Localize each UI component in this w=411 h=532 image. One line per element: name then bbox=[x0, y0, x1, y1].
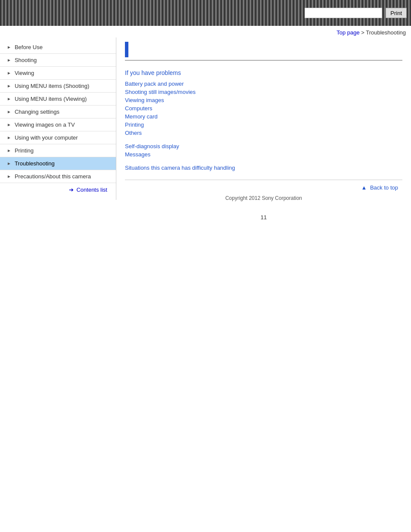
section-if-problems-link[interactable]: If you have problems bbox=[125, 69, 402, 76]
sidebar-item-shooting[interactable]: ► Shooting bbox=[0, 54, 116, 67]
link-messages[interactable]: Messages bbox=[125, 151, 402, 158]
header: Print bbox=[0, 0, 411, 26]
page-title-bar bbox=[125, 42, 402, 61]
chevron-right-icon: ► bbox=[7, 58, 11, 62]
link-memory-card[interactable]: Memory card bbox=[125, 113, 402, 120]
chevron-right-icon: ► bbox=[7, 135, 11, 140]
chevron-right-icon: ► bbox=[7, 96, 11, 101]
sidebar-item-menu-viewing[interactable]: ► Using MENU items (Viewing) bbox=[0, 93, 116, 106]
back-to-top-label: Back to top bbox=[370, 184, 398, 191]
sidebar-item-label: Using with your computer bbox=[15, 134, 78, 141]
chevron-right-icon: ► bbox=[7, 174, 11, 179]
search-input[interactable] bbox=[305, 8, 382, 18]
link-viewing-images[interactable]: Viewing images bbox=[125, 97, 402, 103]
arrow-right-icon: ➔ bbox=[69, 187, 74, 193]
link-situations[interactable]: Situations this camera has difficulty ha… bbox=[125, 165, 402, 171]
blue-title-bar bbox=[125, 42, 128, 57]
triangle-up-icon: ▲ bbox=[361, 184, 367, 191]
link-self-diagnosis[interactable]: Self-diagnosis display bbox=[125, 143, 402, 149]
sidebar: ► Before Use ► Shooting ► Viewing ► Usin… bbox=[0, 37, 116, 200]
sidebar-item-label: Shooting bbox=[15, 57, 37, 63]
chevron-right-icon: ► bbox=[7, 148, 11, 153]
sidebar-item-label: Using MENU items (Shooting) bbox=[15, 83, 89, 89]
back-to-top[interactable]: ▲ Back to top bbox=[125, 184, 402, 191]
sidebar-item-label: Printing bbox=[15, 147, 34, 154]
breadcrumb-top-link[interactable]: Top page bbox=[336, 29, 360, 36]
breadcrumb: Top page > Troubleshooting bbox=[0, 26, 411, 37]
sidebar-item-troubleshooting[interactable]: ► Troubleshooting bbox=[0, 157, 116, 170]
sidebar-item-label: Using MENU items (Viewing) bbox=[15, 96, 87, 102]
link-computers[interactable]: Computers bbox=[125, 105, 402, 112]
chevron-right-icon: ► bbox=[7, 84, 11, 88]
sidebar-item-label: Viewing images on a TV bbox=[15, 121, 75, 128]
contents-list-link[interactable]: ➔ Contents list bbox=[0, 183, 116, 196]
sidebar-item-label: Viewing bbox=[15, 70, 34, 76]
chevron-right-icon: ► bbox=[7, 122, 11, 127]
main-content: If you have problems Battery pack and po… bbox=[116, 37, 411, 229]
link-battery[interactable]: Battery pack and power bbox=[125, 81, 402, 87]
sidebar-item-label: Changing settings bbox=[15, 109, 59, 115]
situations-group: Situations this camera has difficulty ha… bbox=[125, 165, 402, 171]
contents-link-label: Contents list bbox=[76, 187, 107, 193]
chevron-right-icon: ► bbox=[7, 45, 11, 50]
sidebar-item-viewing[interactable]: ► Viewing bbox=[0, 67, 116, 80]
sidebar-item-printing[interactable]: ► Printing bbox=[0, 144, 116, 157]
sidebar-item-label: Troubleshooting bbox=[15, 160, 55, 167]
chevron-right-icon: ► bbox=[7, 161, 11, 166]
sidebar-item-menu-shooting[interactable]: ► Using MENU items (Shooting) bbox=[0, 80, 116, 93]
sidebar-item-label: Before Use bbox=[15, 44, 43, 50]
footer-bar: ▲ Back to top bbox=[125, 180, 402, 191]
page-number: 11 bbox=[125, 214, 402, 221]
diagnosis-links-group: Self-diagnosis display Messages bbox=[125, 143, 402, 158]
sidebar-item-before-use[interactable]: ► Before Use bbox=[0, 41, 116, 54]
sidebar-item-computer[interactable]: ► Using with your computer bbox=[0, 131, 116, 144]
copyright-text: Copyright 2012 Sony Corporation bbox=[125, 195, 402, 205]
chevron-right-icon: ► bbox=[7, 71, 11, 75]
print-button[interactable]: Print bbox=[386, 8, 407, 18]
breadcrumb-separator: > bbox=[361, 29, 366, 36]
link-printing[interactable]: Printing bbox=[125, 121, 402, 128]
sidebar-item-label: Precautions/About this camera bbox=[15, 173, 91, 180]
problems-links-group: Battery pack and power Shooting still im… bbox=[125, 81, 402, 136]
breadcrumb-current: Troubleshooting bbox=[366, 29, 406, 36]
main-layout: ► Before Use ► Shooting ► Viewing ► Usin… bbox=[0, 37, 411, 253]
link-shooting-images[interactable]: Shooting still images/movies bbox=[125, 89, 402, 95]
sidebar-item-changing-settings[interactable]: ► Changing settings bbox=[0, 106, 116, 118]
link-others[interactable]: Others bbox=[125, 130, 402, 136]
sidebar-item-viewing-tv[interactable]: ► Viewing images on a TV bbox=[0, 118, 116, 131]
chevron-right-icon: ► bbox=[7, 109, 11, 114]
sidebar-item-precautions[interactable]: ► Precautions/About this camera bbox=[0, 170, 116, 183]
